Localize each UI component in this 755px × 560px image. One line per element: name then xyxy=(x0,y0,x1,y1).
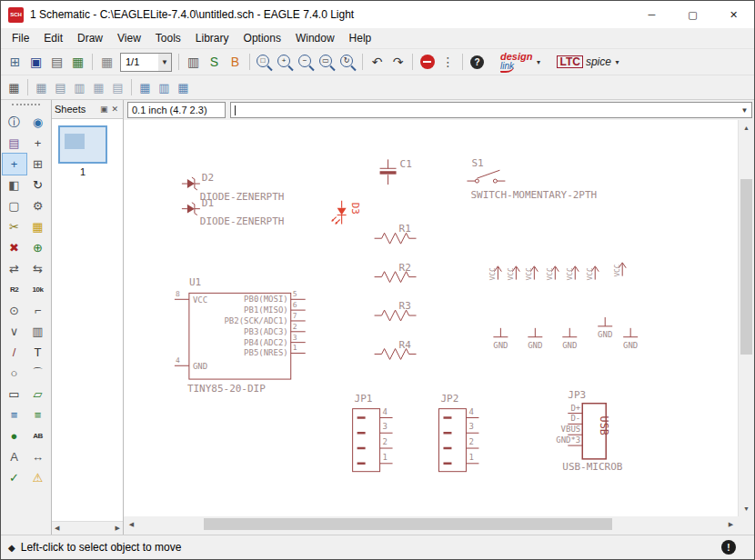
view-toggle-3-button[interactable]: ▦ xyxy=(174,78,193,97)
tool-move[interactable]: + xyxy=(3,154,26,175)
tool-add[interactable]: ⊕ xyxy=(26,237,50,258)
power-vcc-5[interactable]: VCC xyxy=(566,266,579,281)
zoom-select-button[interactable]: ▭ xyxy=(317,52,337,73)
horizontal-scrollbar[interactable]: ◀ ▶ xyxy=(124,516,739,532)
tool-polygon[interactable]: ▱ xyxy=(26,384,50,405)
menu-draw[interactable]: Draw xyxy=(70,30,110,46)
stop-button[interactable] xyxy=(417,52,438,73)
sheets-dock-icon[interactable]: ▣ xyxy=(98,105,110,114)
context-ball-icon[interactable]: ! xyxy=(721,540,736,555)
run-script-button[interactable]: ⋮ xyxy=(438,52,458,73)
tool-delete[interactable]: ✖ xyxy=(3,237,26,258)
part-jp3[interactable]: JP3 D+ D- VBUS GND*3 USB USB-MICROB xyxy=(556,389,623,473)
display-toggle-3-button[interactable]: ▥ xyxy=(70,78,89,97)
schematic-canvas[interactable]: D2 DIODE-ZENERPTH D1 DIODE-ZENERPTH xyxy=(124,120,738,516)
layer-settings-button[interactable]: ▦ xyxy=(96,52,117,73)
scroll-left-icon[interactable]: ◀ xyxy=(124,516,139,532)
tool-errors[interactable]: ⚠ xyxy=(26,467,50,488)
sheet-thumbnail-1[interactable] xyxy=(58,125,107,164)
close-button[interactable]: ✕ xyxy=(713,1,754,28)
minimize-button[interactable]: ─ xyxy=(631,1,672,28)
undo-button[interactable]: ↶ xyxy=(367,52,388,73)
display-toggle-4-button[interactable]: ▦ xyxy=(89,78,108,97)
power-gnd-4[interactable]: GND xyxy=(598,317,612,339)
palette-grip[interactable] xyxy=(12,104,40,110)
tool-attribute[interactable]: A xyxy=(3,446,26,467)
ltc-spice-logo[interactable]: LTC spice xyxy=(557,55,610,68)
designlink-logo[interactable]: design link xyxy=(500,52,532,73)
display-toggle-5-button[interactable]: ▤ xyxy=(108,78,127,97)
tool-junction[interactable]: ● xyxy=(3,425,26,446)
print-button[interactable]: ▤ xyxy=(46,52,67,73)
power-gnd-3[interactable]: GND xyxy=(562,328,577,350)
tool-wire[interactable]: / xyxy=(3,342,26,363)
menu-tools[interactable]: Tools xyxy=(148,30,188,46)
menu-file[interactable]: File xyxy=(5,30,36,46)
tool-change[interactable]: ⚙ xyxy=(26,195,50,216)
redo-button[interactable]: ↷ xyxy=(388,52,408,73)
part-r3[interactable]: R3 xyxy=(375,300,417,321)
power-vcc-3[interactable]: VCC xyxy=(525,266,538,281)
menu-window[interactable]: Window xyxy=(288,30,342,46)
tool-replace[interactable]: ⇆ xyxy=(26,258,50,279)
help-button[interactable]: ? xyxy=(467,52,488,73)
display-toggle-1-button[interactable]: ▦ xyxy=(32,78,51,97)
tool-name[interactable]: R2 xyxy=(3,279,26,300)
schematic-view-button[interactable]: S xyxy=(204,52,225,73)
board-view-button[interactable]: B xyxy=(225,52,246,73)
power-gnd-1[interactable]: GND xyxy=(493,328,508,350)
part-r4[interactable]: R4 xyxy=(375,339,417,360)
tool-mark[interactable]: + xyxy=(26,133,50,154)
tool-rotate[interactable]: ↻ xyxy=(26,175,50,195)
menu-library[interactable]: Library xyxy=(188,30,237,46)
tool-info[interactable]: ⓘ xyxy=(3,112,26,133)
layer-combo[interactable]: 1/1 ▼ xyxy=(120,53,172,72)
tool-value[interactable]: 10k xyxy=(26,279,50,300)
tool-pinswap[interactable]: ⇄ xyxy=(3,258,26,279)
grid-settings-button[interactable]: ▦ xyxy=(5,78,24,97)
command-input[interactable]: ▼ xyxy=(230,102,752,118)
vertical-scrollbar[interactable]: ▲ ▼ xyxy=(738,120,754,516)
scroll-up-icon[interactable]: ▲ xyxy=(739,120,754,135)
power-vcc-2[interactable]: VCC xyxy=(507,266,519,281)
horizontal-scroll-track[interactable] xyxy=(139,516,723,532)
part-r1[interactable]: R1 xyxy=(375,223,417,244)
vertical-scroll-thumb[interactable] xyxy=(740,179,752,355)
maximize-button[interactable]: ▢ xyxy=(672,1,713,28)
tool-smash[interactable]: ⊙ xyxy=(3,300,26,321)
part-r2[interactable]: R2 xyxy=(375,262,417,283)
part-jp2[interactable]: JP2 4 3 2 1 xyxy=(438,393,478,472)
power-vcc-7[interactable]: VCC xyxy=(613,263,626,277)
scroll-right-icon[interactable]: ▶ xyxy=(723,516,739,532)
sheets-scroll-left-icon[interactable]: ◀ xyxy=(55,525,59,532)
scroll-down-icon[interactable]: ▼ xyxy=(739,501,754,516)
cam-export-button[interactable]: ▦ xyxy=(67,52,88,73)
tool-split[interactable]: ∨ xyxy=(3,321,26,342)
display-toggle-2-button[interactable]: ▤ xyxy=(51,78,70,97)
tool-cut[interactable]: ✂ xyxy=(3,216,26,237)
tool-invoke[interactable]: ▥ xyxy=(26,321,50,342)
part-s1[interactable]: S1 SWITCH-MOMENTARY-2PTH xyxy=(467,157,597,200)
display-columns-button[interactable]: ▥ xyxy=(183,52,204,73)
schematic-canvas-area[interactable]: D2 DIODE-ZENERPTH D1 DIODE-ZENERPTH xyxy=(124,120,738,516)
vertical-scroll-track[interactable] xyxy=(739,135,754,501)
part-u1[interactable]: U1 8 4 VCC GND 5 PB0(MOSI) 6 PB1(MISO) xyxy=(175,277,306,395)
sheets-scrollbar[interactable]: ◀ ▶ xyxy=(52,521,123,535)
ltc-dropdown[interactable]: ▾ xyxy=(611,58,623,66)
part-d3[interactable]: D3 xyxy=(332,201,361,225)
power-vcc-1[interactable]: VCC xyxy=(488,266,501,281)
power-vcc-4[interactable]: VCC xyxy=(546,266,559,281)
power-gnd-2[interactable]: GND xyxy=(528,328,542,350)
tool-rect[interactable]: ▭ xyxy=(3,384,26,405)
part-d2[interactable]: D2 DIODE-ZENERPTH xyxy=(182,172,284,203)
view-toggle-1-button[interactable]: ▦ xyxy=(136,78,155,97)
tool-text[interactable]: T xyxy=(26,342,50,363)
open-button[interactable]: ⊞ xyxy=(5,52,25,73)
tool-paste[interactable]: ▦ xyxy=(26,216,50,237)
tool-bus[interactable]: ≡ xyxy=(3,405,26,425)
tool-display[interactable]: ▤ xyxy=(3,133,26,154)
layer-combo-arrow-icon[interactable]: ▼ xyxy=(158,54,171,71)
zoom-redraw-button[interactable]: ↻ xyxy=(337,52,358,73)
zoom-fit-button[interactable]: □ xyxy=(254,52,275,73)
menu-help[interactable]: Help xyxy=(342,30,379,46)
